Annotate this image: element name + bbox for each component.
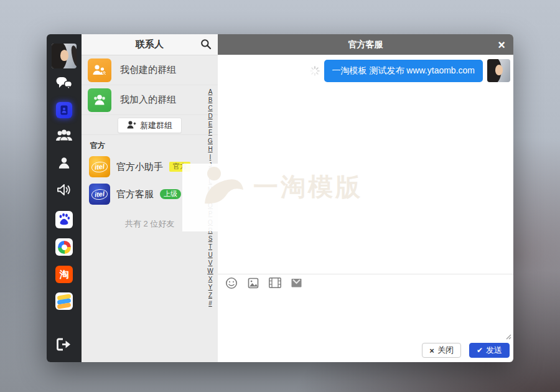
popup-overlay (182, 164, 224, 231)
group-item-label: 我创建的群组 (120, 64, 176, 76)
contacts-title: 联系人 (136, 39, 164, 50)
nav-groups[interactable] (47, 129, 82, 144)
user-group-icon (55, 129, 73, 144)
nav-friends[interactable] (47, 156, 82, 172)
screen-capture-icon[interactable] (291, 278, 302, 287)
group-item-joined[interactable]: 我加入的群组 (82, 85, 218, 115)
alphabet-letter[interactable]: G (208, 137, 213, 145)
app-browser[interactable] (55, 238, 73, 256)
search-icon[interactable] (200, 38, 212, 53)
alphabet-letter[interactable]: D (208, 112, 212, 120)
app-yitao[interactable] (55, 292, 73, 310)
message-input[interactable] (218, 291, 513, 343)
add-user-icon (127, 121, 136, 131)
alphabet-letter[interactable]: S (208, 235, 213, 243)
alphabet-letter[interactable]: F (208, 128, 212, 136)
resize-handle[interactable] (504, 331, 511, 342)
baidu-paw-icon (57, 212, 71, 228)
user-avatar[interactable] (52, 44, 77, 68)
alphabet-letter[interactable]: I (210, 153, 212, 161)
close-chat-button[interactable]: × 关闭 (422, 343, 461, 358)
group-joined-icon (88, 88, 111, 112)
emoji-icon[interactable] (225, 277, 238, 289)
send-button-label: 发送 (486, 345, 502, 356)
alphabet-letter[interactable]: # (208, 299, 212, 307)
alphabet-letter[interactable]: V (208, 259, 213, 267)
app-taobao[interactable]: 淘 (55, 266, 73, 283)
contact-card-icon (56, 102, 72, 118)
send-button[interactable]: ✔ 发送 (469, 343, 510, 358)
yitao-stripes-icon (55, 292, 73, 310)
alphabet-letter[interactable]: T (208, 243, 212, 251)
alphabet-letter[interactable]: Y (208, 283, 213, 291)
contact-name: 官方客服 (116, 189, 154, 200)
message-row: 一淘模板 测试发布 www.ytaomb.com (310, 59, 510, 82)
new-group-row: 新建群组 (82, 115, 218, 135)
contacts-header: 联系人 (82, 34, 218, 55)
footer-buttons: × 关闭 ✔ 发送 (422, 343, 510, 358)
alphabet-letter[interactable]: W (207, 267, 213, 275)
loading-spinner-icon (310, 66, 320, 78)
contact-avatar-itel-blue: itel (89, 184, 110, 205)
alphabet-letter[interactable]: Z (208, 291, 212, 299)
close-button-label: 关闭 (437, 345, 454, 356)
nav-chat[interactable] (47, 77, 82, 93)
level-badge: 上级 (160, 189, 181, 200)
chat-title: 官方客服 (348, 39, 383, 50)
message-history[interactable]: 一淘模板 测试发布 www.ytaomb.com (218, 55, 513, 274)
image-icon[interactable] (248, 278, 259, 289)
close-x-icon: × (429, 346, 434, 355)
chat-panel: 官方客服 × (218, 34, 513, 362)
section-label-official: 官方 (82, 135, 218, 153)
alphabet-letter[interactable]: C (208, 104, 212, 112)
chat-bubbles-icon (56, 77, 72, 93)
check-icon: ✔ (477, 346, 483, 355)
logout-icon (56, 342, 72, 353)
avatar-image (487, 59, 510, 82)
group-created-icon (88, 58, 111, 82)
contact-avatar-itel-orange: itel (89, 156, 110, 177)
message-sender-avatar[interactable] (487, 59, 510, 82)
browser-swirl-icon (58, 241, 71, 254)
close-icon[interactable]: × (498, 39, 505, 51)
avatar-image (52, 44, 77, 68)
alphabet-letter[interactable]: A (208, 88, 213, 96)
new-group-button[interactable]: 新建群组 (118, 118, 182, 133)
itel-logo-text: itel (91, 188, 108, 200)
chat-app-window: 淘 (47, 34, 513, 362)
sidebar: 淘 (47, 34, 82, 362)
group-item-label: 我加入的群组 (120, 94, 176, 106)
desktop-background: 淘 (0, 0, 560, 392)
itel-logo-text: itel (91, 161, 108, 173)
user-icon (57, 156, 71, 172)
nav-sound[interactable] (47, 182, 82, 200)
new-group-label: 新建群组 (140, 120, 172, 131)
alphabet-letter[interactable]: H (208, 145, 212, 153)
message-bubble: 一淘模板 测试发布 www.ytaomb.com (324, 60, 483, 82)
video-film-icon[interactable] (269, 278, 281, 288)
alphabet-letter[interactable]: U (208, 251, 212, 259)
logout-button[interactable] (56, 338, 72, 353)
speaker-icon (56, 182, 72, 200)
alphabet-letter[interactable]: B (208, 96, 213, 104)
nav-contacts-active[interactable] (47, 102, 82, 118)
chat-header: 官方客服 × (218, 34, 513, 55)
group-item-created[interactable]: 我创建的群组 (82, 55, 218, 85)
alphabet-letter[interactable]: X (208, 275, 213, 283)
taobao-icon: 淘 (60, 269, 69, 281)
app-baidu[interactable] (55, 211, 73, 228)
contact-name: 官方小助手 (116, 161, 163, 173)
message-toolbar (218, 274, 513, 291)
alphabet-letter[interactable]: E (208, 120, 213, 128)
